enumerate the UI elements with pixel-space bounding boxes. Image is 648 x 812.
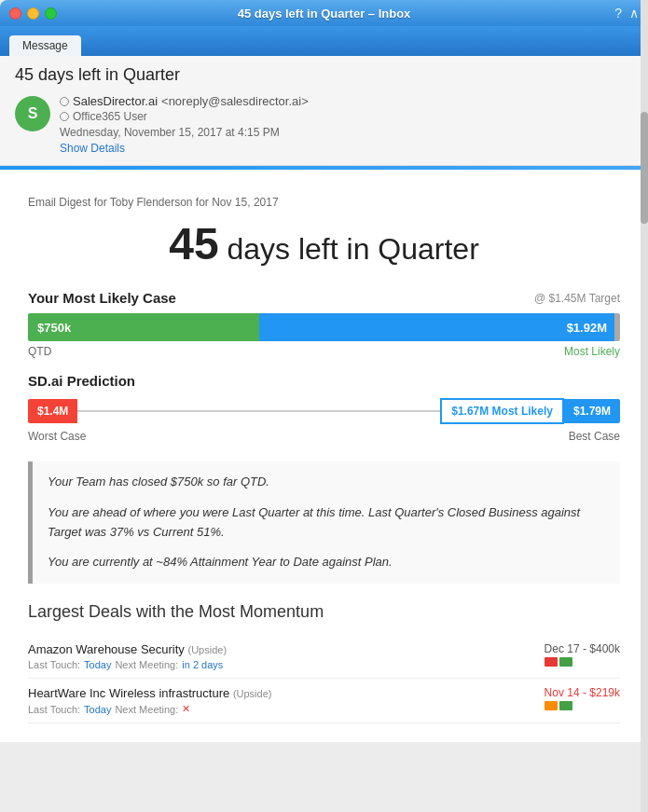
next-meeting-x-2: ✕	[182, 703, 190, 715]
next-meeting-label-1: Next Meeting:	[115, 659, 178, 670]
last-touch-label-2: Last Touch:	[28, 704, 80, 715]
deal-flags-2	[545, 701, 620, 710]
qtd-value: $750k	[37, 321, 71, 335]
window-title: 45 days left in Quarter – Inbox	[238, 7, 411, 21]
nav-bar: Message	[0, 26, 648, 56]
deal-amount-1: Dec 17 - $400k	[545, 642, 620, 655]
title-bar-right: ? ∧	[614, 6, 639, 21]
sender-org-icon	[60, 97, 69, 106]
sender-email: <noreply@salesdirector.ai>	[161, 94, 309, 108]
worst-label: Worst Case	[28, 430, 86, 443]
progress-bar: $750k $1.92M	[28, 313, 620, 341]
deal-item-2: HeartWare Inc Wireless infrastructure (U…	[28, 679, 620, 723]
progress-gray-segment	[614, 313, 620, 341]
deal-left-1: Amazon Warehouse Security (Upside) Last …	[28, 642, 545, 670]
paragraph-3: You are currently at ~84% Attainment Yea…	[48, 553, 605, 572]
sender-name: SalesDirector.ai	[73, 94, 158, 108]
qtd-label: QTD	[28, 345, 51, 358]
paragraph-1: Your Team has closed $750k so far QTD.	[48, 473, 605, 492]
deal-date-2: Nov 14 - $219k	[545, 686, 620, 710]
pred-worst: $1.4M	[28, 399, 77, 423]
deal-flags-1	[545, 657, 620, 667]
best-label: Best Case	[569, 430, 620, 443]
avatar: S	[15, 96, 50, 131]
deal-name-1: Amazon Warehouse Security (Upside)	[28, 642, 545, 656]
window-controls	[9, 7, 57, 20]
email-content-inner: Email Digest for Toby Flenderson for Nov…	[0, 181, 648, 742]
progress-blue-segment: $1.92M	[259, 313, 614, 341]
sender-info: SalesDirector.ai <noreply@salesdirector.…	[60, 94, 633, 156]
deal-upside-2: (Upside)	[233, 688, 272, 699]
sender-org: Office365 User	[60, 110, 633, 123]
pred-most-likely: $1.67M Most Likely	[440, 398, 564, 424]
scrollbar-track[interactable]	[641, 0, 648, 812]
deal-right-1: Dec 17 - $400k	[545, 642, 620, 667]
email-header: 45 days left in Quarter S SalesDirector.…	[0, 56, 648, 166]
most-likely-label: Most Likely	[564, 345, 620, 358]
flag-green-2	[559, 701, 572, 710]
prediction-section: SD.ai Prediction $1.4M $1.67M Most Likel…	[28, 373, 620, 443]
collapse-button[interactable]: ∧	[629, 6, 639, 21]
most-likely-header: Your Most Likely Case @ $1.45M Target	[28, 290, 620, 306]
progress-green-segment: $750k	[28, 313, 259, 341]
pred-line	[77, 410, 440, 412]
close-button[interactable]	[9, 7, 21, 20]
sender-name-row: SalesDirector.ai <noreply@salesdirector.…	[60, 94, 633, 108]
blue-top-bar	[0, 166, 648, 170]
prediction-title: SD.ai Prediction	[28, 373, 620, 389]
digest-label: Email Digest for Toby Flenderson for Nov…	[28, 196, 620, 209]
deal-upside-1: (Upside)	[188, 644, 227, 655]
most-likely-title: Your Most Likely Case	[28, 290, 176, 306]
maximize-button[interactable]	[45, 7, 57, 20]
flag-red-1	[545, 657, 558, 667]
deal-touch-1: Last Touch: Today Next Meeting: in 2 day…	[28, 659, 545, 670]
last-touch-link-1[interactable]: Today	[84, 659, 111, 670]
last-touch-link-2[interactable]: Today	[84, 704, 111, 715]
deal-touch-2: Last Touch: Today Next Meeting: ✕	[28, 703, 545, 715]
org-circle-icon	[60, 112, 69, 121]
pred-best: $1.79M	[564, 399, 620, 423]
deal-name-text-1: Amazon Warehouse Security	[28, 642, 185, 656]
deal-amount-2: Nov 14 - $219k	[545, 686, 620, 699]
deals-section: Largest Deals with the Most Momentum Ama…	[28, 602, 620, 723]
scrollbar-thumb[interactable]	[641, 112, 648, 224]
pred-labels: Worst Case Best Case	[28, 430, 620, 443]
last-touch-label-1: Last Touch:	[28, 659, 80, 670]
minimize-button[interactable]	[27, 7, 39, 20]
deal-date-1: Dec 17 - $400k	[545, 642, 620, 667]
deals-title: Largest Deals with the Most Momentum	[28, 602, 620, 622]
headline-text: days left in Quarter	[227, 232, 478, 266]
bar-value: $1.92M	[567, 321, 607, 335]
text-block: Your Team has closed $750k so far QTD. Y…	[28, 461, 620, 584]
show-details-link[interactable]: Show Details	[60, 142, 125, 155]
next-meeting-link-1[interactable]: in 2 days	[182, 659, 223, 670]
help-button[interactable]: ?	[614, 6, 622, 21]
email-content: Email Digest for Toby Flenderson for Nov…	[0, 166, 648, 742]
deal-name-text-2: HeartWare Inc Wireless infrastructure	[28, 686, 229, 700]
deal-right-2: Nov 14 - $219k	[545, 686, 620, 710]
headline-number: 45	[169, 219, 218, 268]
flag-green-1	[559, 657, 572, 667]
next-meeting-label-2: Next Meeting:	[115, 704, 178, 715]
sender-date: Wednesday, November 15, 2017 at 4:15 PM	[60, 126, 633, 139]
deal-item: Amazon Warehouse Security (Upside) Last …	[28, 635, 620, 679]
message-tab[interactable]: Message	[9, 35, 81, 56]
sender-row: S SalesDirector.ai <noreply@salesdirecto…	[15, 94, 633, 165]
title-bar: 45 days left in Quarter – Inbox ? ∧	[0, 0, 648, 26]
target-label: @ $1.45M Target	[534, 292, 620, 305]
email-subject: 45 days left in Quarter	[15, 65, 633, 85]
org-label: Office365 User	[73, 110, 147, 123]
progress-labels: QTD Most Likely	[28, 345, 620, 358]
deal-name-2: HeartWare Inc Wireless infrastructure (U…	[28, 686, 545, 700]
prediction-bar: $1.4M $1.67M Most Likely $1.79M	[28, 398, 620, 424]
paragraph-2: You are ahead of where you were Last Qua…	[48, 503, 605, 543]
headline: 45 days left in Quarter	[28, 218, 620, 269]
flag-orange-2	[545, 701, 558, 710]
deal-left-2: HeartWare Inc Wireless infrastructure (U…	[28, 686, 545, 715]
